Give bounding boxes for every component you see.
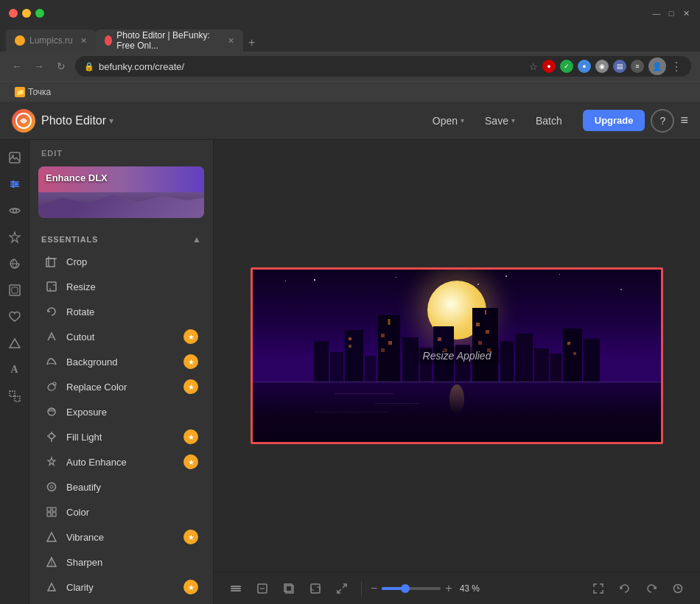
- zoom-slider[interactable]: [382, 587, 441, 590]
- nav-refresh-btn[interactable]: ↻: [53, 58, 69, 74]
- zoom-in-btn[interactable]: +: [445, 582, 452, 595]
- bookmark-item[interactable]: 📁 Точка: [9, 85, 57, 99]
- tab-lumpics[interactable]: Lumpics.ru ✕: [6, 29, 96, 52]
- toolbar-layers-btn[interactable]: [225, 578, 246, 599]
- menu-button[interactable]: ≡: [680, 113, 688, 128]
- tool-item-fill-light[interactable]: Fill Light ★: [32, 424, 210, 449]
- buildings-back: [253, 308, 661, 382]
- toolbar-crop-btn[interactable]: [279, 578, 299, 599]
- resize-label: Resize: [66, 281, 198, 292]
- help-button[interactable]: ?: [651, 109, 674, 133]
- fill-light-icon: [44, 429, 59, 444]
- sidebar-icon-overlays[interactable]: [3, 384, 27, 408]
- zoom-out-btn[interactable]: −: [371, 582, 377, 595]
- extension-icon-5[interactable]: ▤: [613, 60, 626, 73]
- nav-item-open[interactable]: Open ▾: [424, 110, 473, 131]
- tool-item-beautify[interactable]: Beautify: [32, 474, 210, 499]
- toolbar-fit-btn[interactable]: [588, 578, 609, 599]
- toolbar-redo-btn[interactable]: [641, 578, 662, 599]
- tool-item-background[interactable]: Background ★: [32, 349, 210, 374]
- maximize-window-btn[interactable]: [35, 9, 44, 18]
- tab-befunky[interactable]: Photo Editor | BeFunky: Free Onl... ✕: [96, 29, 243, 52]
- svg-rect-14: [10, 391, 15, 396]
- tab-close-lumpics[interactable]: ✕: [80, 36, 87, 46]
- sidebar-icon-effects[interactable]: [3, 225, 27, 249]
- tab-label-lumpics: Lumpics.ru: [29, 35, 73, 46]
- fill-light-badge-star-icon: ★: [188, 433, 195, 441]
- sidebar-icon-image[interactable]: [3, 146, 27, 169]
- nav-open-caret-icon: ▾: [461, 116, 464, 124]
- upgrade-button[interactable]: Upgrade: [583, 110, 645, 131]
- enhance-dlx-card[interactable]: Enhance DLX: [38, 166, 204, 218]
- sidebar-icon-frames[interactable]: [3, 278, 27, 302]
- win-maximize-btn[interactable]: □: [666, 8, 676, 18]
- top-nav: Photo Editor ▾ Open ▾ Save ▾ Batch Upgra…: [0, 102, 700, 140]
- sidebar-icon-text[interactable]: A: [3, 358, 27, 382]
- nav-item-batch[interactable]: Batch: [527, 110, 571, 131]
- bookmark-star-icon[interactable]: ☆: [529, 61, 538, 72]
- win-minimize-btn[interactable]: —: [651, 8, 662, 18]
- tab-add-btn[interactable]: +: [243, 34, 261, 52]
- crop-label: Crop: [66, 256, 198, 267]
- sidebar-icon-textures[interactable]: [3, 252, 27, 275]
- tab-close-befunky[interactable]: ✕: [228, 36, 234, 46]
- sidebar-icon-eye[interactable]: [3, 199, 27, 222]
- svg-rect-12: [12, 287, 18, 293]
- nav-item-save[interactable]: Save ▾: [476, 110, 524, 131]
- tool-item-crop[interactable]: Crop: [32, 249, 210, 274]
- tool-item-color[interactable]: Color: [32, 499, 210, 524]
- toolbar-undo-btn[interactable]: [615, 578, 635, 599]
- extension-icon-1[interactable]: ●: [542, 60, 556, 73]
- essentials-collapse-btn[interactable]: ▲: [192, 234, 201, 245]
- toolbar-expand-btn[interactable]: [252, 578, 273, 599]
- toolbar-fullscreen-btn[interactable]: [332, 578, 352, 599]
- tool-item-rotate[interactable]: Rotate: [32, 299, 210, 324]
- nav-forward-btn[interactable]: →: [31, 58, 47, 74]
- extension-icon-4[interactable]: ◉: [595, 60, 609, 73]
- browser-menu-btn[interactable]: ⋮: [671, 60, 682, 74]
- tool-item-auto-enhance[interactable]: Auto Enhance ★: [32, 449, 210, 474]
- svg-rect-35: [47, 513, 51, 516]
- extension-icon-6[interactable]: ≡: [631, 60, 644, 73]
- extension-icon-2[interactable]: ✓: [560, 60, 573, 73]
- nav-open-label: Open: [433, 115, 458, 127]
- canvas-toolbar: − + 43 %: [214, 572, 700, 604]
- enhance-card-mountain: [38, 189, 204, 218]
- app-title[interactable]: Photo Editor ▾: [41, 114, 113, 127]
- svg-point-7: [15, 183, 18, 186]
- profile-avatar[interactable]: 👤: [648, 57, 666, 75]
- app: Photo Editor ▾ Open ▾ Save ▾ Batch Upgra…: [0, 102, 700, 604]
- tool-item-clarity[interactable]: Clarity ★: [32, 575, 210, 600]
- cutout-icon: [44, 329, 59, 344]
- url-bar[interactable]: 🔒 befunky.com/create/ ☆ ● ✓ ● ◉ ▤ ≡ 👤 ⋮: [75, 56, 691, 77]
- sidebar-icon-edit[interactable]: [3, 172, 27, 196]
- tool-item-replace-color[interactable]: Replace Color ★: [32, 374, 210, 399]
- tool-item-sharpen[interactable]: Sharpen: [32, 549, 210, 575]
- tool-item-cutout[interactable]: Cutout ★: [32, 324, 210, 349]
- canvas-main: Resize Applied: [214, 140, 700, 572]
- water-reflection: [253, 382, 661, 442]
- nav-save-caret-icon: ▾: [511, 116, 515, 124]
- canvas-image[interactable]: Resize Applied: [251, 267, 663, 444]
- url-text: befunky.com/create/: [99, 61, 184, 72]
- tool-item-exposure[interactable]: Exposure: [32, 399, 210, 424]
- essentials-section-header: ESSENTIALS ▲: [29, 227, 213, 249]
- tool-item-resize[interactable]: Resize: [32, 274, 210, 299]
- minimize-window-btn[interactable]: [22, 9, 31, 18]
- sidebar-icon-hearts[interactable]: [3, 305, 27, 329]
- auto-enhance-badge-star-icon: ★: [188, 458, 195, 466]
- nav-back-btn[interactable]: ←: [9, 58, 25, 74]
- cutout-label: Cutout: [66, 331, 183, 343]
- vibrance-label: Vibrance: [66, 532, 183, 543]
- close-window-btn[interactable]: [9, 9, 18, 18]
- window-controls: — □ ✕: [651, 8, 691, 18]
- extension-icon-3[interactable]: ●: [578, 60, 591, 73]
- svg-point-32: [50, 485, 53, 488]
- color-icon: [44, 505, 59, 519]
- win-close-btn[interactable]: ✕: [681, 8, 691, 18]
- tool-item-vibrance[interactable]: Vibrance ★: [32, 524, 210, 549]
- toolbar-resize-btn[interactable]: [305, 578, 326, 599]
- toolbar-history-btn[interactable]: [668, 578, 688, 599]
- zoom-slider-thumb[interactable]: [401, 584, 410, 593]
- sidebar-icon-shapes[interactable]: [3, 331, 27, 355]
